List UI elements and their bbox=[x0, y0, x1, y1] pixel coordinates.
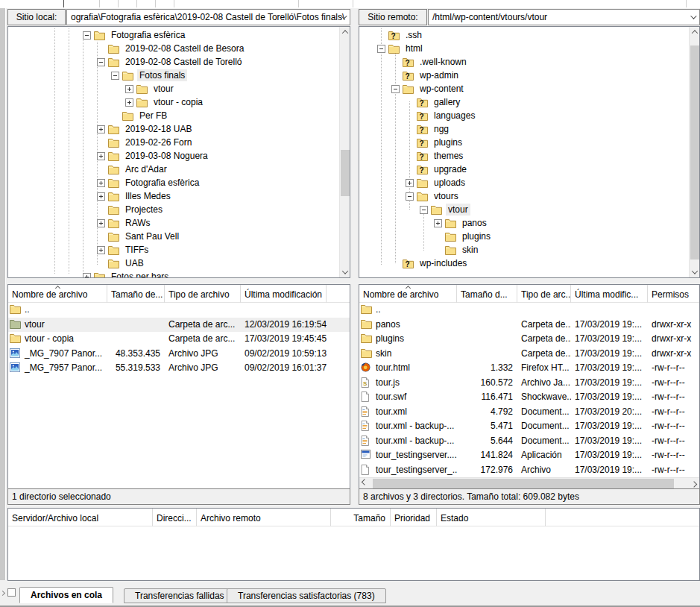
tree-item-raws[interactable]: RAWs bbox=[8, 216, 339, 230]
scroll-left-button[interactable] bbox=[359, 478, 370, 488]
file-row-tour-xml[interactable]: tour.xml4.792Document...17/03/2019 20:..… bbox=[359, 405, 699, 420]
file-row-vtour[interactable]: vtourCarpeta de arc...12/03/2019 16:19:5… bbox=[8, 318, 350, 333]
tree-item-tiffs[interactable]: TIFFs bbox=[8, 243, 339, 257]
tree-item-vtours[interactable]: vtours bbox=[359, 189, 689, 203]
tree-item-themes[interactable]: ?themes bbox=[359, 149, 689, 163]
tree-item-2019-02-08-castell-de-besora[interactable]: 2019-02-08 Castell de Besora bbox=[8, 42, 339, 55]
expand-icon[interactable] bbox=[406, 179, 414, 187]
scroll-down-button[interactable] bbox=[690, 267, 700, 277]
expand-icon[interactable] bbox=[97, 152, 105, 160]
collapse-icon[interactable] bbox=[406, 192, 414, 201]
file-row-tour-testingserver-[interactable]: tour_testingserver....141.824Aplicación1… bbox=[359, 448, 699, 463]
column-header-servidor-archivo-local[interactable]: Servidor/Archivo local bbox=[8, 509, 153, 526]
scroll-up-button[interactable] bbox=[340, 27, 350, 37]
column-header-prioridad[interactable]: Prioridad bbox=[391, 509, 437, 526]
collapse-icon[interactable] bbox=[420, 206, 428, 214]
tree-item-html[interactable]: html bbox=[359, 42, 689, 55]
file-row-tour-testingserver-[interactable]: tour_testingserver_...172.976Archivo17/0… bbox=[359, 463, 699, 478]
column-header--ltima-modific-[interactable]: Última modific... bbox=[571, 285, 648, 303]
chevron-down-icon[interactable] bbox=[690, 13, 696, 19]
expand-icon[interactable] bbox=[83, 273, 91, 278]
expand-icon[interactable] bbox=[434, 219, 442, 227]
tree-item-fotografia-esf-rica[interactable]: Fotografia esfèrica bbox=[8, 176, 339, 189]
scrollbar-thumb[interactable] bbox=[690, 45, 699, 260]
tree-item-sant-pau-vell[interactable]: Sant Pau Vell bbox=[8, 230, 339, 243]
tree-item--well-known[interactable]: ?.well-known bbox=[359, 55, 689, 69]
tree-item-2019-02-18-uab[interactable]: 2019-02-18 UAB bbox=[8, 122, 339, 136]
tree-item-uploads[interactable]: uploads bbox=[359, 176, 689, 189]
file-row-tour-xml-backup-[interactable]: tour.xml - backup-...5.644Document...17/… bbox=[359, 434, 699, 449]
remote-tree-scrollbar[interactable] bbox=[689, 27, 699, 277]
expand-icon[interactable] bbox=[97, 125, 105, 133]
file-row-tour-xml-backup-[interactable]: tour.xml - backup-...5.471Document...17/… bbox=[359, 419, 699, 434]
column-header-direcci-[interactable]: Direcci... bbox=[153, 509, 197, 526]
tree-item-fotos-per-bars[interactable]: Fotos per bars bbox=[8, 270, 339, 277]
tree-item-fotografia-esf-rica[interactable]: Fotografia esfèrica bbox=[8, 28, 339, 42]
collapse-icon[interactable] bbox=[97, 58, 105, 66]
expand-icon[interactable] bbox=[97, 192, 105, 201]
file-row--mg-7907-panor-[interactable]: _MG_7907 Panor...48.353.435Archivo JPG09… bbox=[8, 347, 350, 362]
tree-item-wp-content[interactable]: wp-content bbox=[359, 82, 689, 95]
tree-item-plugins[interactable]: plugins bbox=[359, 230, 689, 243]
tree-item--ssh[interactable]: ?.ssh bbox=[359, 28, 689, 42]
expand-icon[interactable] bbox=[125, 85, 133, 93]
scrollbar-thumb[interactable] bbox=[341, 150, 350, 196]
tree-item-wp-includes[interactable]: ?wp-includes bbox=[359, 257, 689, 270]
column-header-tama-o-de-[interactable]: Tamaño de... bbox=[107, 285, 165, 303]
tree-item-languages[interactable]: ?languages bbox=[359, 109, 689, 122]
file-row-panos[interactable]: panosCarpeta de...17/03/2019 19:...drwxr… bbox=[359, 318, 699, 333]
file-row--mg-7957-panor-[interactable]: _MG_7957 Panor...55.319.533Archivo JPG09… bbox=[8, 361, 350, 376]
local-tree-scrollbar[interactable] bbox=[339, 27, 350, 277]
file-row-tour-js[interactable]: Stour.js160.572Archivo Ja...17/03/2019 1… bbox=[359, 376, 699, 391]
column-header-tama-o[interactable]: Tamaño bbox=[331, 509, 391, 526]
tree-item-fotos-finals[interactable]: Fotos finals bbox=[8, 69, 339, 82]
scrollbar-thumb[interactable] bbox=[373, 479, 674, 488]
tree-item-illes-medes[interactable]: Illes Medes bbox=[8, 189, 339, 203]
tree-item-gallery[interactable]: ?gallery bbox=[359, 95, 689, 109]
tree-item-uab[interactable]: UAB bbox=[8, 257, 339, 270]
tab-successful-transfers[interactable]: Transferencias satisfactorias (783) bbox=[227, 588, 386, 603]
tree-item-wp-admin[interactable]: ?wp-admin bbox=[359, 69, 689, 82]
collapse-icon[interactable] bbox=[391, 85, 400, 93]
tree-item-skin[interactable]: skin bbox=[359, 243, 689, 257]
collapse-icon[interactable] bbox=[377, 45, 385, 53]
tree-item-plugins[interactable]: ?plugins bbox=[359, 136, 689, 149]
expand-icon[interactable] bbox=[125, 98, 133, 107]
expand-icon[interactable] bbox=[97, 179, 105, 187]
file-row-tour-swf[interactable]: tour.swf116.471Shockwave...17/03/2019 19… bbox=[359, 390, 699, 405]
column-header-tipo-de-archivo[interactable]: Tipo de archivo bbox=[165, 285, 241, 303]
tree-item-vtour-copia[interactable]: vtour - copia bbox=[8, 95, 339, 109]
column-header-permisos[interactable]: Permisos bbox=[648, 285, 700, 303]
local-path-combobox[interactable]: ografia\Fotografia esfèrica\2019-02-08 C… bbox=[66, 9, 350, 25]
tree-item-2019-03-08-noguera[interactable]: 2019-03-08 Noguera bbox=[8, 149, 339, 163]
tree-item-upgrade[interactable]: ?upgrade bbox=[359, 163, 689, 176]
tree-item-2019-02-08-castell-de-torell-[interactable]: 2019-02-08 Castell de Torelló bbox=[8, 55, 339, 69]
collapse-icon[interactable] bbox=[83, 31, 91, 40]
tree-item-vtour[interactable]: vtour bbox=[359, 203, 689, 216]
file-row-vtour-copia[interactable]: vtour - copiaCarpeta de arc...17/03/2019… bbox=[8, 332, 350, 347]
expand-icon[interactable] bbox=[97, 246, 105, 254]
scroll-up-button[interactable] bbox=[690, 27, 700, 37]
expand-icon[interactable] bbox=[97, 219, 105, 227]
tree-item-projectes[interactable]: Projectes bbox=[8, 203, 339, 216]
scroll-down-button[interactable] bbox=[340, 267, 350, 277]
column-header--ltima-modificaci-n[interactable]: Última modificación bbox=[241, 285, 327, 303]
remote-list-hscrollbar[interactable] bbox=[359, 477, 699, 488]
column-header-archivo-remoto[interactable]: Archivo remoto bbox=[197, 509, 331, 526]
column-header-estado[interactable]: Estado bbox=[437, 509, 546, 526]
column-header-tipo-de-arc-[interactable]: Tipo de arc... bbox=[517, 285, 571, 303]
tree-item-vtour[interactable]: vtour bbox=[8, 82, 339, 95]
column-header-tama-o-d-[interactable]: Tamaño d... bbox=[457, 285, 517, 303]
tree-item-2019-02-26-forn[interactable]: 2019-02-26 Forn bbox=[8, 136, 339, 149]
tab-queued-files[interactable]: Archivos en cola bbox=[19, 587, 113, 603]
tree-item-panos[interactable]: panos bbox=[359, 216, 689, 230]
remote-path-combobox[interactable]: /html/wp-content/vtours/vtour bbox=[428, 9, 700, 25]
tree-item-arc-d-adar[interactable]: Arc d'Adar bbox=[8, 163, 339, 176]
file-row--[interactable]: .. bbox=[359, 303, 699, 318]
file-row--[interactable]: .. bbox=[8, 303, 350, 318]
tree-item-per-fb[interactable]: Per FB bbox=[8, 109, 339, 122]
tree-item-ngg[interactable]: ?ngg bbox=[359, 122, 689, 136]
file-row-skin[interactable]: skinCarpeta de...17/03/2019 19:...drwxr-… bbox=[359, 347, 699, 362]
file-row-tour-html[interactable]: tour.html1.332Firefox HT...17/03/2019 19… bbox=[359, 361, 699, 376]
collapse-icon[interactable] bbox=[111, 72, 119, 80]
